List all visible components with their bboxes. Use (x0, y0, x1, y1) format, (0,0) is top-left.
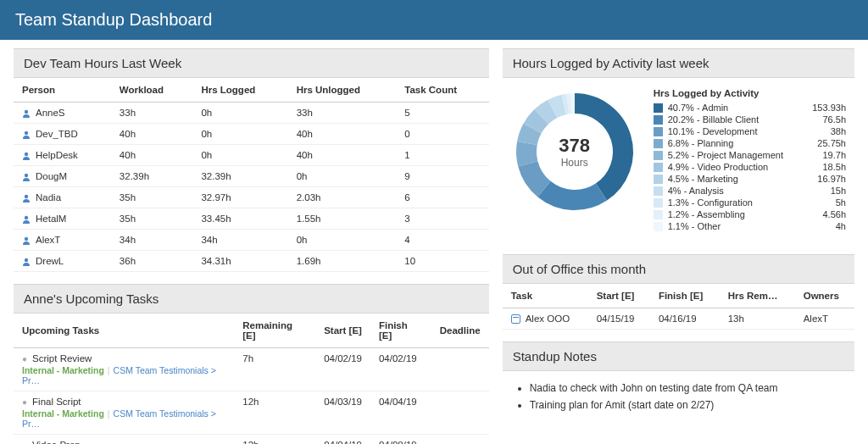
ooo-col-header[interactable]: Task (503, 284, 588, 308)
legend-swatch (654, 175, 663, 184)
page-title: Team Standup Dashboard (15, 10, 212, 29)
cell-logged: 0h (192, 124, 287, 145)
legend-title: Hrs Logged by Activity (654, 88, 846, 98)
legend-item[interactable]: 10.1% - Development38h (654, 125, 846, 137)
legend-label: 4.9% - Video Production (668, 162, 803, 172)
table-row[interactable]: Alex OOO04/15/1904/16/1913hAlexT (503, 308, 854, 330)
hours-table: PersonWorkloadHrs LoggedHrs UnloggedTask… (14, 78, 489, 272)
note-item: Nadia to check with John on testing date… (530, 380, 843, 397)
cell-start: 04/03/19 (315, 391, 370, 435)
legend-swatch (654, 103, 663, 113)
donut-segment[interactable] (527, 164, 543, 189)
person-name: DougM (36, 171, 67, 181)
ooo-col-header[interactable]: Hrs Rem… (720, 284, 795, 308)
person-name: Nadia (36, 192, 61, 203)
hours-col-header[interactable]: Hrs Unlogged (288, 78, 397, 103)
table-row[interactable]: HelpDesk40h0h40h1 (14, 145, 489, 166)
table-row[interactable]: AnneS33h0h33h5 (14, 103, 489, 124)
cell-count: 4 (396, 230, 488, 251)
page-header: Team Standup Dashboard (0, 0, 868, 40)
legend-label: 1.2% - Assembling (668, 209, 803, 219)
activity-panel: Hours Logged by Activity last week 378 H… (503, 48, 854, 242)
donut-segment[interactable] (552, 104, 563, 108)
cell-finish: 04/02/19 (370, 348, 431, 391)
svg-point-5 (25, 216, 28, 219)
table-row[interactable]: AlexT34h34h0h4 (14, 230, 489, 251)
table-row[interactable]: ●Video PrepInternal - Marketing|CSM Team… (14, 435, 489, 445)
cell-start: 04/15/19 (588, 308, 650, 330)
donut-segment[interactable] (526, 143, 528, 164)
table-row[interactable]: Dev_TBD40h0h40h0 (14, 124, 489, 145)
cell-finish: 04/08/19 (370, 435, 431, 445)
table-row[interactable]: ●Script ReviewInternal - Marketing|CSM T… (14, 348, 489, 391)
hours-col-header[interactable]: Task Count (396, 78, 488, 103)
tasks-col-header[interactable]: Upcoming Tasks (14, 314, 234, 348)
tasks-table: Upcoming TasksRemaining [E]Start [E]Fini… (14, 314, 489, 444)
tasks-col-header[interactable]: Finish [E] (370, 314, 431, 348)
table-row[interactable]: ●Final ScriptInternal - Marketing|CSM Te… (14, 391, 489, 435)
bullet-icon: ● (22, 441, 27, 444)
cell-remaining: 12h (234, 391, 315, 435)
cell-remaining: 12h (234, 435, 315, 445)
cell-count: 0 (396, 124, 488, 145)
legend-swatch (654, 198, 663, 208)
table-row[interactable]: Nadia35h32.97h2.03h6 (14, 187, 489, 208)
donut-segment[interactable] (532, 117, 542, 129)
hours-col-header[interactable]: Hrs Logged (192, 78, 287, 103)
cell-logged: 32.39h (192, 166, 287, 187)
legend-label: 40.7% - Admin (668, 103, 803, 113)
legend-item[interactable]: 5.2% - Project Management19.7h (654, 149, 846, 161)
legend-item[interactable]: 4.5% - Marketing16.97h (654, 173, 846, 185)
legend-item[interactable]: 40.7% - Admin153.93h (654, 102, 846, 114)
cell-logged: 33.45h (192, 208, 287, 230)
legend-label: 20.2% - Billable Client (668, 114, 803, 125)
person-name: HetalM (36, 214, 66, 224)
legend-value: 4.56h (808, 209, 846, 219)
cell-count: 3 (396, 208, 488, 230)
legend-value: 18.5h (808, 162, 846, 172)
table-row[interactable]: DrewL36h34.31h1.69h10 (14, 251, 489, 272)
task-breadcrumb[interactable]: Internal - Marketing|CSM Team Testimonia… (22, 365, 225, 386)
cell-logged: 0h (192, 103, 287, 124)
legend-swatch (654, 115, 663, 125)
legend-label: 1.3% - Configuration (668, 197, 803, 208)
legend-label: 4% - Analysis (668, 186, 803, 196)
task-breadcrumb[interactable]: Internal - Marketing|CSM Team Testimonia… (22, 408, 225, 429)
cell-deadline (431, 348, 489, 391)
ooo-col-header[interactable]: Start [E] (588, 284, 650, 308)
legend-item[interactable]: 1.1% - Other4h (654, 220, 846, 232)
person-icon (22, 258, 31, 266)
legend-item[interactable]: 1.3% - Configuration5h (654, 197, 846, 208)
tasks-col-header[interactable]: Remaining [E] (234, 314, 315, 348)
table-row[interactable]: HetalM35h33.45h1.55h3 (14, 208, 489, 230)
person-icon (22, 215, 31, 224)
donut-segment[interactable] (544, 189, 602, 200)
hours-col-header[interactable]: Workload (111, 78, 193, 103)
legend-item[interactable]: 4% - Analysis15h (654, 185, 846, 197)
cell-start: 04/04/19 (315, 435, 370, 445)
cell-workload: 33h (111, 103, 193, 124)
tasks-panel: Anne's Upcoming Tasks Upcoming TasksRema… (14, 284, 489, 444)
table-row[interactable]: DougM32.39h32.39h0h9 (14, 166, 489, 187)
legend-item[interactable]: 20.2% - Billable Client76.5h (654, 114, 846, 125)
task-name: Video Prep (32, 440, 81, 444)
legend-item[interactable]: 6.8% - Planning25.75h (654, 137, 846, 149)
bullet-icon: ● (22, 397, 27, 407)
person-icon (22, 130, 31, 139)
legend-label: 1.1% - Other (668, 221, 803, 231)
donut-segment[interactable] (541, 108, 552, 116)
cell-count: 1 (396, 145, 488, 166)
person-icon (22, 236, 31, 245)
ooo-col-header[interactable]: Owners (795, 284, 854, 308)
hours-col-header[interactable]: Person (14, 78, 111, 103)
legend-item[interactable]: 1.2% - Assembling4.56h (654, 208, 846, 220)
cell-logged: 0h (192, 145, 287, 166)
legend-item[interactable]: 4.9% - Video Production18.5h (654, 161, 846, 173)
tasks-col-header[interactable]: Start [E] (315, 314, 370, 348)
legend-label: 6.8% - Planning (668, 138, 803, 148)
ooo-col-header[interactable]: Finish [E] (650, 284, 720, 308)
donut-segment[interactable] (527, 129, 532, 143)
tasks-col-header[interactable]: Deadline (431, 314, 489, 348)
cell-workload: 35h (111, 208, 193, 230)
donut-segment[interactable] (564, 104, 568, 105)
